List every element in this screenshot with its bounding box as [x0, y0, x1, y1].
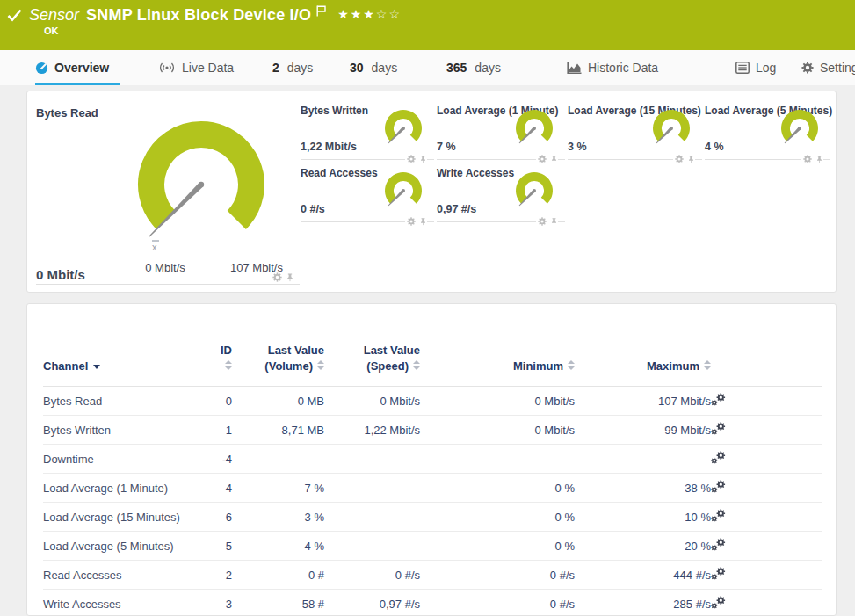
channel-row-load-average-15-minutes: Load Average (15 Minutes)63 %0 %10 % [43, 503, 822, 532]
cell-maximum: 99 Mbit/s [575, 416, 711, 445]
tab-30-days[interactable]: 30 days [350, 50, 397, 85]
cell-id: 0 [210, 387, 232, 416]
tab-30-days-number: 30 [350, 61, 364, 75]
column-header-minimum[interactable]: Minimum [420, 322, 575, 387]
tab-live-data-label: Live Data [182, 61, 234, 75]
channel-row-read-accesses: Read Accesses20 #0 #/s0 #/s444 #/s [43, 561, 822, 590]
gauge-tile-name: Read Accesses [301, 167, 378, 179]
gauge-tile-actions [405, 155, 427, 163]
pin-icon[interactable] [419, 217, 427, 226]
tab-overview-label: Overview [54, 61, 109, 75]
cell-id: 5 [210, 532, 232, 561]
cell-actions [711, 387, 822, 416]
broadcast-icon [158, 62, 176, 74]
gear-icon[interactable] [407, 217, 416, 226]
cell-volume: 0 # [232, 561, 324, 590]
cell-channel: Bytes Read [43, 387, 210, 416]
cell-volume [232, 445, 324, 474]
gauge-tile-value: 0 #/s [301, 203, 325, 215]
cell-speed [324, 445, 420, 474]
channel-settings-button[interactable] [711, 567, 726, 581]
cell-maximum: 38 % [575, 474, 711, 503]
tab-2-days[interactable]: 2 days [272, 50, 313, 85]
channel-row-write-accesses: Write Accesses358 #0,97 #/s0 #/s285 #/s [43, 590, 822, 616]
channel-settings-button[interactable] [711, 393, 726, 407]
gears-icon [711, 596, 726, 610]
tab-overview[interactable]: Overview [35, 50, 109, 85]
cell-id: 1 [210, 416, 232, 445]
stars-filled: ★★★ [337, 7, 376, 21]
cell-speed [324, 532, 420, 561]
channel-settings-button[interactable] [711, 509, 726, 523]
cell-actions [711, 416, 822, 445]
gauge-tile-actions [405, 217, 427, 226]
primary-gauge: x [113, 101, 289, 257]
tab-settings-label: Settings [820, 61, 855, 75]
column-header-last-value-volume[interactable]: Last Value(Volume) [232, 322, 324, 387]
sort-toggle-icon [225, 360, 232, 370]
pin-icon[interactable] [286, 272, 294, 282]
gauge-tile-load-average-1-minute[interactable]: Load Average (1 Minute)7 % [437, 98, 565, 160]
gears-icon [711, 393, 726, 407]
primary-gauge-tile-bytes-read[interactable]: Bytes Read x 0 Mbit/s 107 Mbit/s 0 Mbit/… [36, 98, 300, 285]
tab-log[interactable]: Log [735, 50, 776, 85]
channel-settings-button[interactable] [711, 451, 726, 465]
channel-settings-button[interactable] [711, 538, 726, 552]
column-header-channel[interactable]: Channel [43, 322, 210, 387]
cell-maximum: 107 Mbit/s [575, 387, 711, 416]
cell-channel: Read Accesses [43, 561, 210, 590]
gauge-tile-name: Write Accesses [437, 167, 514, 179]
pin-icon[interactable] [550, 217, 558, 226]
gauge-tile-read-accesses[interactable]: Read Accesses0 #/s [301, 160, 434, 222]
stars-empty: ☆☆ [376, 7, 402, 21]
gear-icon[interactable] [272, 272, 282, 282]
channel-table: ChannelIDLast Value(Volume)Last Value(Sp… [43, 322, 822, 616]
cell-speed: 0 Mbit/s [324, 387, 420, 416]
cell-minimum: 0 #/s [420, 561, 575, 590]
gear-icon[interactable] [538, 217, 547, 226]
gear-icon[interactable] [803, 155, 812, 163]
gear-icon[interactable] [407, 155, 416, 163]
gauge-tile-value: 0,97 #/s [437, 203, 476, 215]
tab-365-days[interactable]: 365 days [446, 50, 501, 85]
pin-icon[interactable] [687, 155, 695, 163]
gauge-tile-actions [801, 155, 823, 163]
tab-live-data[interactable]: Live Data [158, 50, 234, 85]
cell-speed [324, 503, 420, 532]
gears-icon [711, 451, 726, 465]
gauge-tile-bytes-written[interactable]: Bytes Written1,22 Mbit/s [301, 98, 434, 160]
gauge-tile-write-accesses[interactable]: Write Accesses0,97 #/s [437, 160, 565, 222]
channel-settings-button[interactable] [711, 596, 726, 610]
gauge-tile-load-average-15-minutes[interactable]: Load Average (15 Minutes)3 % [568, 98, 702, 160]
cell-maximum: 444 #/s [575, 561, 711, 590]
channel-row-load-average-1-minute: Load Average (1 Minute)47 %0 %38 % [43, 474, 822, 503]
gear-icon[interactable] [675, 155, 684, 163]
priority-star-rating[interactable]: ★★★☆☆ [337, 7, 402, 21]
pin-icon[interactable] [815, 155, 823, 163]
column-header-id[interactable]: ID [210, 322, 232, 387]
pin-icon[interactable] [550, 155, 558, 163]
mini-gauge [776, 106, 823, 148]
cell-channel: Bytes Written [43, 416, 210, 445]
sort-toggle-icon [704, 360, 711, 370]
tab-historic-data[interactable]: Historic Data [567, 50, 658, 85]
tab-30-days-label: days [372, 61, 398, 75]
cell-volume: 58 # [232, 590, 324, 616]
mini-gauge [511, 106, 558, 148]
pin-icon[interactable] [419, 155, 427, 163]
column-header-last-value-speed[interactable]: Last Value(Speed) [324, 322, 420, 387]
channel-settings-button[interactable] [711, 480, 726, 494]
gauge-tile-load-average-5-minutes[interactable]: Load Average (5 Minutes)4 % [705, 98, 830, 160]
column-header-maximum[interactable]: Maximum [575, 322, 711, 387]
cell-volume: 4 % [232, 532, 324, 561]
cell-actions [711, 474, 822, 503]
speedometer-icon [35, 62, 48, 75]
sort-desc-icon [93, 365, 100, 369]
channel-settings-button[interactable] [711, 422, 726, 436]
cell-channel: Load Average (1 Minute) [43, 474, 210, 503]
gear-icon[interactable] [538, 155, 547, 163]
priority-flag-icon[interactable] [316, 5, 326, 17]
gears-icon [711, 538, 726, 552]
status-ok-check-icon [7, 9, 22, 22]
tab-settings[interactable]: Settings [801, 50, 855, 85]
